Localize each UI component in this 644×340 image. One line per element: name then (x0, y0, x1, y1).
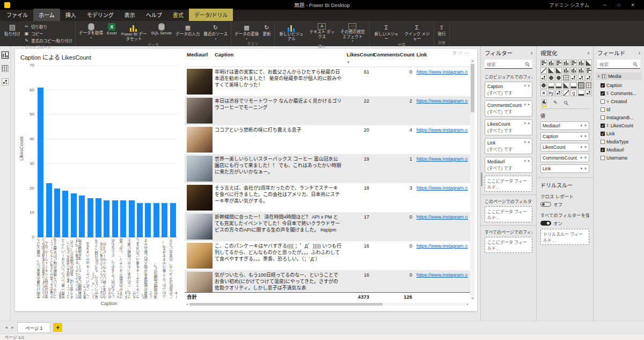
field-well-Mediaurl[interactable]: Mediaurl▾✕ (540, 121, 589, 130)
chart-bar[interactable] (120, 200, 126, 237)
visual-icon-shape-map[interactable] (586, 75, 592, 81)
field-item-Created[interactable]: ∨Created (597, 97, 640, 105)
visual-icon-clustered-bar[interactable] (555, 60, 562, 66)
field-checkbox[interactable] (601, 99, 605, 104)
page-tab[interactable]: ページ 1 (17, 322, 50, 333)
field-checkbox[interactable]: ✓ (601, 83, 605, 88)
field-item-Comments...[interactable]: ✓ΣComments... (597, 89, 640, 97)
pbi-dataset-button[interactable]: Power BI データセット (119, 22, 149, 41)
visual-icon-funnel[interactable] (586, 67, 592, 74)
sql-button[interactable]: SQL Server (149, 22, 173, 36)
visual-icon-stacked-column[interactable] (548, 60, 554, 66)
field-item-Username[interactable]: Username (597, 154, 640, 162)
visual-icon-stacked-bar-100[interactable] (570, 60, 577, 66)
chart-bar[interactable] (38, 88, 43, 237)
well-remove-icon[interactable]: ✕ (584, 156, 587, 160)
collapse-visualizations-icon[interactable]: › (588, 50, 589, 56)
visual-icon-clustered-column[interactable] (563, 60, 569, 66)
field-checkbox[interactable] (601, 115, 605, 120)
well-dropdown-icon[interactable]: ▾ (581, 167, 583, 171)
visual-icon-decomposition-tree[interactable] (563, 90, 569, 96)
expand-filter-icon[interactable]: ▾ (528, 121, 530, 127)
field-item-Mediaurl[interactable]: ✓Mediaurl (597, 146, 640, 154)
scroll-left-icon[interactable]: ◄ (186, 302, 188, 306)
scroll-up-icon[interactable]: ▲ (471, 59, 474, 63)
ribbon-tab-4[interactable]: 表示 (119, 9, 141, 21)
expand-filter-icon[interactable]: ▾ (528, 140, 530, 146)
visual-icon-multi-row-card[interactable] (555, 82, 562, 89)
field-well-LikesCount[interactable]: LikesCount▾✕ (540, 143, 589, 151)
column-header-CommentsCount[interactable]: CommentsCount (371, 50, 414, 67)
expand-filter-icon[interactable]: ▾ (528, 103, 530, 108)
visual-icon-slicer[interactable] (570, 82, 577, 89)
bar-chart-visual[interactable]: Caption による LikesCount LikesCount 010203… (16, 50, 182, 307)
format-painter-button[interactable]: ✎書式のコピー/貼り付け (23, 38, 74, 44)
fields-search-input[interactable]: 検索 (597, 60, 640, 69)
field-well-Caption[interactable]: Caption▾✕ (540, 132, 589, 141)
field-item-Id[interactable]: Id (597, 105, 640, 113)
post-link[interactable]: https://www.instagram.com/p/ (416, 127, 468, 133)
scroll-down-icon[interactable]: ▼ (471, 296, 474, 300)
chart-bar[interactable] (112, 200, 118, 237)
field-item-MediaType[interactable]: MediaType (597, 138, 640, 146)
filter-card-LikesCount[interactable]: LikesCount✕▾(すべて) です (485, 119, 532, 135)
field-item-Link[interactable]: ✓Link (597, 129, 640, 138)
post-link[interactable]: https://www.instagram.com/p/ (416, 185, 468, 191)
visual-icon-pie[interactable] (548, 75, 554, 81)
h-scrollbar-thumb[interactable] (189, 303, 383, 306)
field-checkbox[interactable]: ✓ (601, 91, 605, 96)
field-well-CommentsCount[interactable]: CommentsCount▾✕ (540, 154, 589, 162)
v-scrollbar-thumb[interactable] (471, 64, 474, 112)
collapse-filters-icon[interactable]: › (531, 50, 532, 56)
visual-icon-table[interactable] (578, 82, 584, 89)
chart-bar[interactable] (71, 193, 77, 237)
recent-button[interactable]: ↻最近のソース▾ (202, 22, 229, 40)
refresh-button[interactable]: ↻更新 (261, 22, 273, 37)
keep-filters-toggle[interactable] (540, 221, 551, 226)
copy-button[interactable]: ▣コピー (23, 31, 74, 37)
field-checkbox[interactable] (601, 156, 605, 160)
excel-button[interactable]: XExcel (105, 22, 118, 36)
field-well-Link[interactable]: Link▾✕ (540, 164, 589, 173)
horizontal-scrollbar[interactable]: ◄ ► (185, 301, 470, 307)
field-checkbox[interactable]: ✓ (601, 148, 605, 152)
filter-card-Mediaurl[interactable]: Mediaurl✕▾(すべて) です (485, 157, 532, 173)
clear-filter-icon[interactable]: ✕ (524, 121, 527, 127)
chart-bar[interactable] (145, 203, 151, 237)
table-row[interactable]: 新幹線間に合ったー！ 滞在時間4時間ほど？ API x PM とても充実したイベ… (185, 212, 470, 241)
ribbon-tab-1[interactable]: ホーム (33, 9, 60, 21)
clear-filter-icon[interactable]: ✕ (524, 140, 527, 146)
chart-bar[interactable] (170, 203, 176, 237)
data-view-icon[interactable] (2, 65, 9, 72)
visual-icon-stacked-area[interactable] (555, 67, 562, 74)
fields-tab[interactable] (541, 99, 547, 107)
cut-button[interactable]: ✂切り取り (23, 24, 74, 30)
chart-bar[interactable] (46, 183, 52, 237)
model-view-icon[interactable] (2, 78, 9, 85)
visual-icon-key-influencers[interactable] (555, 90, 562, 96)
visual-icon-donut[interactable] (555, 75, 562, 81)
expand-icon[interactable]: ∨ (606, 99, 609, 104)
quick-measure-button[interactable]: Σクイック メジャー (402, 22, 432, 41)
table-visual[interactable]: ▽ □ ⋯ MediaurlCaptionLikesCount ▼Comment… (185, 50, 475, 307)
textbox-button[interactable]: Aテキスト ボックス (307, 22, 337, 39)
ribbon-tab-6[interactable]: 書式 (167, 9, 189, 21)
field-checkbox[interactable]: ✓ (601, 124, 605, 128)
field-checkbox[interactable]: ✓ (601, 132, 605, 136)
visual-icon-qna[interactable]: Q (570, 90, 577, 96)
enter-data-button[interactable]: ▦データの入力 (174, 22, 201, 37)
pane-resize-handle[interactable] (481, 172, 482, 186)
clear-filter-icon[interactable]: ✕ (524, 84, 527, 89)
chart-bar[interactable] (153, 203, 159, 237)
visual-icon-line-and-clustered-column[interactable] (570, 67, 577, 74)
analytics-tab[interactable] (564, 101, 569, 105)
account-name[interactable]: アドミン システム (550, 2, 589, 9)
filter-field-placeholder[interactable]: ここにデータ フィールド... (485, 237, 532, 253)
field-checkbox[interactable] (601, 140, 605, 144)
chart-bar[interactable] (87, 198, 93, 237)
table-node-media[interactable]: ∨ Media (596, 73, 642, 80)
field-item-InstagramB...[interactable]: InstagramB... (597, 113, 640, 121)
drillthrough-field-placeholder[interactable]: ドリルスルー フィールド... (540, 229, 589, 245)
ribbon-tab-0[interactable]: ファイル (1, 9, 33, 21)
post-link[interactable]: https://www.instagram.com/p/ (416, 272, 468, 278)
